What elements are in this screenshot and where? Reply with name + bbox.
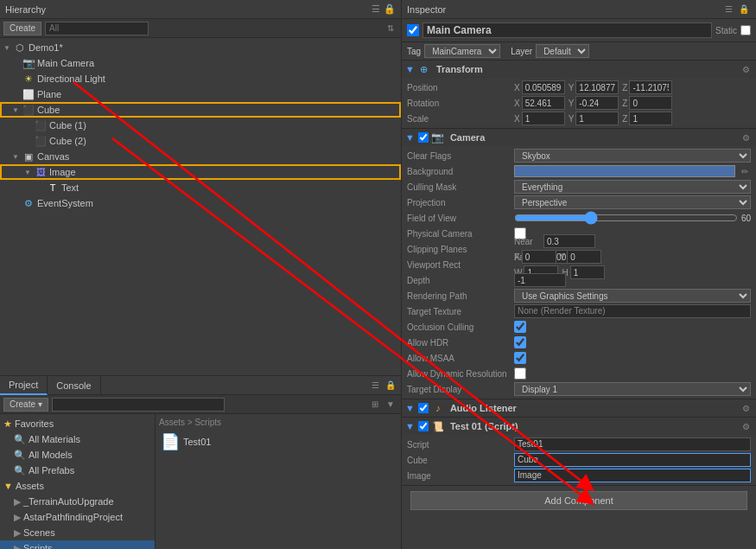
- tab-console[interactable]: Console: [48, 376, 100, 395]
- hierarchy-create-button[interactable]: Create: [3, 22, 41, 35]
- project-lock-button[interactable]: 🔒: [384, 379, 397, 393]
- hierarchy-item-text[interactable]: T Text: [0, 180, 401, 195]
- project-view-button[interactable]: ⊞: [368, 398, 382, 412]
- all-models-item[interactable]: 🔍 All Models: [0, 447, 155, 463]
- assets-folder[interactable]: ▼ Assets: [0, 478, 155, 494]
- fov-slider[interactable]: [514, 213, 738, 223]
- scenes-label: Scenes: [23, 527, 55, 538]
- scale-z-input[interactable]: [629, 112, 672, 125]
- hierarchy-item-demo1[interactable]: ▼ ⬡ Demo1*: [0, 40, 401, 55]
- projection-value: Perspective: [514, 195, 751, 209]
- audio-listener-active-checkbox[interactable]: [418, 403, 429, 413]
- camera-title: Camera: [450, 132, 735, 143]
- static-checkbox[interactable]: [740, 25, 751, 35]
- viewport-x-input[interactable]: [522, 250, 556, 264]
- background-edit-btn[interactable]: ✏: [738, 164, 751, 178]
- hierarchy-item-image[interactable]: ▼ 🖼 Image: [0, 164, 401, 180]
- hierarchy-item-label: Cube (2): [49, 136, 86, 146]
- project-content: ★ Favorites 🔍 All Materials 🔍 All Models: [0, 414, 401, 549]
- scenes-folder[interactable]: ▶ Scenes: [0, 525, 155, 540]
- hierarchy-item-plane[interactable]: ⬜ Plane: [0, 86, 401, 102]
- hierarchy-menu-icon[interactable]: ☰: [372, 3, 380, 15]
- clear-flags-dropdown[interactable]: Skybox: [514, 149, 751, 163]
- hierarchy-search-input[interactable]: [45, 22, 149, 35]
- file-item-test01[interactable]: 📄 Test01: [159, 431, 397, 453]
- project-search-input[interactable]: [52, 398, 225, 412]
- rotation-x-field: X: [514, 96, 565, 110]
- transform-header[interactable]: ▼ ⊕ Transform ⚙: [402, 61, 756, 78]
- hierarchy-item-main-camera[interactable]: 📷 Main Camera: [0, 55, 401, 71]
- allow-hdr-checkbox[interactable]: [514, 336, 526, 348]
- all-prefabs-item[interactable]: 🔍 All Prefabs: [0, 463, 155, 478]
- transform-body: Position X Y Z: [402, 78, 756, 128]
- project-create-button[interactable]: Create ▾: [3, 398, 48, 412]
- hierarchy-item-canvas[interactable]: ▼ ▣ Canvas: [0, 149, 401, 164]
- culling-mask-dropdown[interactable]: Everything: [514, 180, 751, 194]
- audio-listener-header[interactable]: ▼ ♪ Audio Listener ⚙: [402, 399, 756, 417]
- position-z-input[interactable]: [629, 80, 672, 94]
- scale-y-input[interactable]: [575, 112, 619, 125]
- project-filter-button[interactable]: ▼: [384, 398, 397, 412]
- astar-folder[interactable]: ▶ AstarPathfindingProject: [0, 509, 155, 525]
- project-menu-button[interactable]: ☰: [368, 379, 382, 393]
- layer-dropdown[interactable]: Default: [536, 44, 589, 58]
- culling-mask-row: Culling Mask Everything: [402, 179, 756, 195]
- viewport-y-input[interactable]: [567, 250, 601, 264]
- rotation-y-input[interactable]: [575, 96, 619, 110]
- inspector-menu-button[interactable]: ☰: [721, 3, 735, 16]
- terrain-folder[interactable]: ▶ _TerrainAutoUpgrade: [0, 494, 155, 509]
- occlusion-culling-checkbox[interactable]: [514, 321, 526, 333]
- camera-header[interactable]: ▼ 📷 Camera ⚙: [402, 129, 756, 146]
- audio-menu-btn[interactable]: ⚙: [739, 401, 753, 415]
- object-name-input[interactable]: [422, 22, 712, 38]
- allow-dynamic-checkbox[interactable]: [514, 367, 526, 380]
- x-label: X: [514, 99, 520, 108]
- target-texture-field[interactable]: None (Render Texture): [514, 304, 751, 318]
- test01-menu-btn[interactable]: ⚙: [739, 419, 753, 433]
- hierarchy-item-cube[interactable]: ▼ ⬛ Cube: [0, 102, 401, 118]
- hierarchy-item-label: Plane: [37, 89, 61, 99]
- object-active-checkbox[interactable]: [407, 24, 419, 36]
- all-materials-item[interactable]: 🔍 All Materials: [0, 431, 155, 447]
- cube-ref-field[interactable]: Cube: [514, 453, 751, 467]
- scale-x-input[interactable]: [522, 112, 565, 125]
- camera-active-checkbox[interactable]: [418, 132, 429, 143]
- background-color-swatch[interactable]: [514, 165, 735, 177]
- target-display-dropdown[interactable]: Display 1: [514, 382, 751, 396]
- component-menu-btn[interactable]: ⚙: [739, 62, 753, 76]
- camera-body: Clear Flags Skybox Background ✏: [402, 146, 756, 399]
- allow-hdr-label: Allow HDR: [407, 338, 511, 348]
- add-component-button[interactable]: Add Component: [410, 491, 747, 510]
- rotation-x-input[interactable]: [522, 96, 565, 110]
- hierarchy-lock-icon[interactable]: 🔒: [384, 3, 396, 15]
- camera-menu-btn[interactable]: ⚙: [739, 131, 753, 144]
- image-ref-field[interactable]: Image: [514, 469, 751, 482]
- hierarchy-item-dir-light[interactable]: ☀ Directional Light: [0, 71, 401, 86]
- near-input[interactable]: [543, 234, 595, 248]
- position-y-input[interactable]: [575, 80, 619, 94]
- hierarchy-item-eventsystem[interactable]: ⚙ EventSystem: [0, 195, 401, 211]
- position-x-input[interactable]: [522, 80, 565, 94]
- allow-msaa-checkbox[interactable]: [514, 352, 526, 364]
- inspector-lock-button[interactable]: 🔒: [737, 3, 751, 16]
- hierarchy-sort-button[interactable]: ⇅: [384, 22, 397, 35]
- script-field[interactable]: Test01: [514, 437, 751, 451]
- rotation-z-input[interactable]: [629, 96, 672, 110]
- hierarchy-item-label: Text: [61, 182, 79, 193]
- hierarchy-item-cube2[interactable]: ⬛ Cube (2): [0, 133, 401, 149]
- test01-active-checkbox[interactable]: [418, 421, 429, 431]
- favorites-folder[interactable]: ★ Favorites: [0, 416, 155, 431]
- projection-dropdown[interactable]: Perspective: [514, 195, 751, 209]
- occlusion-culling-value: [514, 321, 751, 333]
- tab-project[interactable]: Project: [0, 376, 48, 395]
- tag-dropdown[interactable]: MainCamera: [424, 44, 500, 58]
- rendering-path-dropdown[interactable]: Use Graphics Settings: [514, 289, 751, 303]
- audio-icon: ♪: [432, 402, 444, 414]
- culling-mask-value: Everything: [514, 180, 751, 194]
- y-label: Y: [569, 83, 575, 93]
- scripts-folder[interactable]: ▶ Scripts: [0, 540, 155, 549]
- test01-header[interactable]: ▼ 📜 Test 01 (Script) ⚙: [402, 418, 756, 435]
- hierarchy-item-cube1[interactable]: ⬛ Cube (1): [0, 118, 401, 133]
- depth-input[interactable]: [514, 273, 566, 287]
- rotation-label: Rotation: [407, 99, 511, 108]
